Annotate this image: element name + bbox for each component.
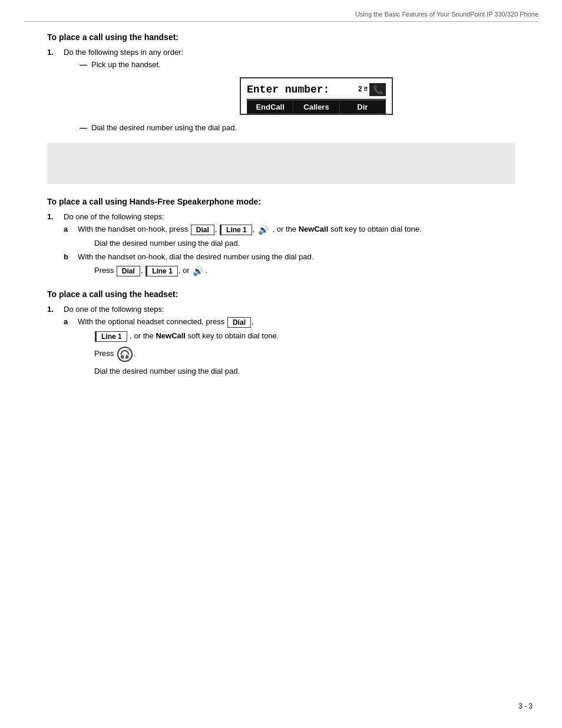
comma-2: , xyxy=(253,225,255,233)
softkey-callers: Callers xyxy=(293,100,339,114)
indent-dial-text-a: Dial the desired number using the dial p… xyxy=(94,239,515,248)
step-text-sp: Do one of the following steps: xyxy=(64,212,164,221)
dial-key-a: Dial xyxy=(191,225,214,235)
speaker-icon-a: 🔊 xyxy=(258,225,269,235)
section-heading-speakerphone: To place a call using Hands-Free Speaker… xyxy=(47,197,515,206)
or-label: , or xyxy=(178,266,190,275)
grid-dots: ⠿ xyxy=(363,86,368,93)
line1-key-hs-a: Line 1 xyxy=(95,331,127,342)
dash-symbol: — xyxy=(80,60,91,69)
section-heading-handset: To place a call using the handset: xyxy=(47,32,515,42)
dial-text-hs: Dial the desired number using the dial p… xyxy=(94,367,515,375)
dash-symbol-2: — xyxy=(80,123,91,132)
step-text-hs: Do one of the following steps: xyxy=(64,305,164,314)
dial-key-b: Dial xyxy=(117,266,140,276)
comma-b: , xyxy=(141,266,143,275)
sub-item-a-hs: a With the optional headset connected, p… xyxy=(64,317,515,328)
section-heading-headset: To place a call using the headset: xyxy=(47,289,515,299)
line1-key-a: Line 1 xyxy=(220,225,252,235)
page-header: Using the Basic Features of Your SoundPo… xyxy=(355,11,538,18)
header-rule xyxy=(24,21,538,22)
phone-display: Enter number: 2 ⠿ 📞 EndCall Callers Dir xyxy=(240,77,393,115)
sub-item-a-hs-text: With the optional headset connected, pre… xyxy=(78,317,254,328)
line1-key-b: Line 1 xyxy=(146,266,178,276)
info-box xyxy=(47,143,515,184)
line1-headset-block: Line 1 , or the NewCall soft key to obta… xyxy=(94,331,515,342)
softkey-endcall: EndCall xyxy=(247,100,293,114)
dash-text-2: Dial the desired number using the dial p… xyxy=(91,123,237,132)
softkeys-bar: EndCall Callers Dir xyxy=(247,99,386,114)
press-label-hs: Press xyxy=(94,349,114,358)
period-b: . xyxy=(205,266,207,275)
dash-item-dial: — Dial the desired number using the dial… xyxy=(80,123,515,132)
letter-a-hs: a xyxy=(64,317,78,326)
letter-b-sp: b xyxy=(64,252,78,261)
dial-key-hs-a: Dial xyxy=(227,317,251,328)
headset-icon: 🎧 xyxy=(117,347,133,362)
press-line-b: Press Dial, Line 1, or 🔊. xyxy=(94,266,515,276)
softkey-dir: Dir xyxy=(339,100,386,114)
step-number-hs: 1. xyxy=(47,305,64,314)
sub-item-b-text: With the handset on-hook, dial the desir… xyxy=(78,252,313,261)
press-headset-line: Press 🎧. xyxy=(94,347,515,362)
step-number: 1. xyxy=(47,48,64,57)
dash-text: Pick up the handset. xyxy=(91,60,161,69)
step-1-handset: 1. Do the following steps in any order: xyxy=(47,48,515,57)
page-number: 3 - 3 xyxy=(518,702,533,710)
step-number-sp: 1. xyxy=(47,212,64,221)
line-num: 2 xyxy=(358,85,362,94)
comma-hs-a: , xyxy=(252,317,254,326)
speaker-icon-b: 🔊 xyxy=(193,266,204,276)
line-indicator: 2 ⠿ 📞 xyxy=(358,83,386,96)
press-label-b: Press xyxy=(94,266,114,275)
step-1-speakerphone: 1. Do one of the following steps: xyxy=(47,212,515,221)
step-text: Do the following steps in any order: xyxy=(64,48,183,57)
display-enter-number: Enter number: xyxy=(247,84,329,95)
phone-icon: 📞 xyxy=(369,83,386,96)
step-1-headset: 1. Do one of the following steps: xyxy=(47,305,515,314)
period-hs: . xyxy=(134,349,136,358)
sub-item-a-sp: a With the handset on-hook, press Dial, … xyxy=(64,225,515,235)
sub-item-a-text: With the handset on-hook, press Dial, Li… xyxy=(78,225,422,235)
dash-item-pickup: — Pick up the handset. xyxy=(80,60,515,69)
letter-a-sp: a xyxy=(64,225,78,233)
sub-item-b-sp: b With the handset on-hook, dial the des… xyxy=(64,252,515,261)
